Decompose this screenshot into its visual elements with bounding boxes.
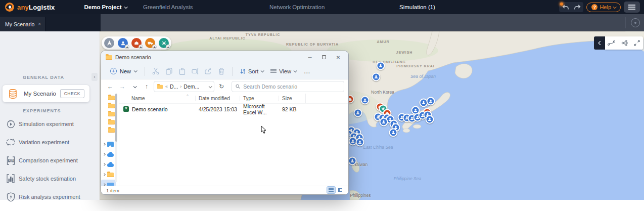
excel-file-icon [123,106,129,112]
cut-button[interactable] [149,65,162,77]
add-customer-button[interactable]: + [118,38,128,48]
gallery-icon [107,142,114,147]
more-options-button[interactable]: … [304,67,311,75]
details-view-button[interactable] [327,187,335,193]
breadcrumb-item[interactable]: Dem... [183,83,199,90]
sidebar-item-safety-stock-estimation[interactable]: Safety stock estimation [0,170,100,187]
column-header-date-modified[interactable]: Date modified [195,96,240,101]
map-marker-customer[interactable] [348,157,357,165]
sidebar-item-simulation-experiment[interactable]: Simulation experiment [0,115,100,133]
person-icon [358,140,362,145]
column-header-size[interactable]: Size [279,96,305,101]
maximize-button[interactable] [317,52,331,63]
map-select-tool-button[interactable] [104,38,114,48]
sidebar-item-variation-experiment[interactable]: Variation experiment [0,134,100,151]
experiment-label: Safety stock estimation [19,176,76,182]
add-supplier-button[interactable]: + [145,38,155,48]
play-circle-icon [6,119,16,129]
nav-pane-scrollbar[interactable] [115,94,117,182]
share-button[interactable] [202,65,215,77]
hamburger-menu-button[interactable] [624,2,640,13]
redo-icon [574,5,581,10]
breadcrumb-item[interactable]: D... [170,83,178,90]
new-button[interactable]: + New [106,66,141,76]
recent-locations-button[interactable] [129,81,140,92]
experiment-label: Comparison experiment [19,157,78,163]
map-marker-customer[interactable] [354,109,362,117]
file-row-demo-scenario[interactable]: Demo scenario 4/25/2023 15:03 Microsoft … [119,104,348,114]
truck-icon [148,41,153,46]
add-factory-button[interactable]: + [159,38,169,48]
search-input[interactable] [243,83,340,90]
map-marker-customer[interactable] [356,138,364,147]
view-dropdown[interactable]: View [267,66,300,76]
nav-greenfield-analysis[interactable]: Greenfield Analysis [143,4,193,10]
paste-button[interactable] [175,65,189,77]
route-icon [608,40,615,46]
column-header-name[interactable]: Name⌃ [119,96,195,101]
delete-button[interactable] [215,65,228,77]
copy-button[interactable] [162,65,175,77]
back-button[interactable]: ← [105,81,115,92]
map-right-controls [594,36,643,50]
breadcrumb[interactable]: « D... › Dem... [154,81,214,92]
tab-close-icon[interactable]: × [38,21,41,27]
network-icon [621,40,628,46]
check-button[interactable]: CHECK [60,89,84,98]
sort-ascending-icon: ⌃ [186,94,189,98]
explorer-file-list: Name⌃ Date modified Type Size Demo scena… [119,94,348,186]
sidebar-item-comparison-experiment[interactable]: AB Comparison experiment [0,152,100,169]
experiment-label: Simulation experiment [19,121,74,127]
tab-label: My Scenario [5,21,34,27]
explorer-toolbar: + New Sort View … [101,63,348,79]
show-network-button[interactable] [618,36,630,50]
map-marker-customer[interactable] [380,118,388,126]
map-marker-customer[interactable] [427,97,435,106]
trash-icon [218,68,224,75]
chevron-down-icon [134,69,137,72]
folder-icon [106,55,112,60]
file-name: Demo scenario [132,106,168,112]
map-label: East China Sea [363,145,393,150]
explorer-window-title: Demo scenario [115,54,151,60]
explorer-title-bar[interactable]: Demo scenario ─ ✕ [101,51,348,63]
warehouse-icon [134,40,139,46]
large-icons-view-button[interactable] [336,187,344,193]
variation-loop-icon [6,138,16,146]
sidebar-item-risk-analysis-experiment[interactable]: Risk analysis experiment [0,188,100,205]
undo-button[interactable] [559,2,571,12]
svg-text:A: A [9,159,10,162]
map-marker-customer[interactable] [372,73,381,81]
target-icon-button[interactable] [631,18,640,27]
map-label: Amur [377,40,390,44]
search-box[interactable] [232,81,344,92]
explorer-address-bar: ← → ↑ « D... › Dem... ↻ [101,79,348,94]
help-button[interactable]: ? Help [586,3,621,12]
map-marker-customer[interactable] [377,62,385,70]
map-marker-customer[interactable] [361,96,370,105]
collapse-panel-button[interactable] [594,36,605,50]
column-header-type[interactable]: Type [240,96,279,101]
nav-network-optimization[interactable]: Network Optimization [269,4,325,10]
tab-strip: My Scenario × [0,14,101,31]
fullscreen-button[interactable] [630,36,643,50]
add-dc-button[interactable]: + [131,38,142,48]
scenario-card[interactable]: My Scenario CHECK [3,85,89,102]
close-button[interactable]: ✕ [331,52,345,63]
plus-badge-icon: + [166,45,170,49]
up-button[interactable]: ↑ [142,81,152,92]
show-paths-button[interactable] [605,36,618,50]
file-explorer-window[interactable]: Demo scenario ─ ✕ + New Sort View [101,51,349,195]
redo-button[interactable] [571,2,583,12]
breadcrumb-collapse[interactable]: « [165,84,168,89]
sidebar-collapse-button[interactable]: ‹ [91,73,98,81]
map-marker-customer[interactable] [389,129,398,137]
sort-dropdown[interactable]: Sort [237,66,267,76]
rename-button[interactable] [189,65,202,77]
forward-button[interactable]: → [117,81,127,92]
map-marker-customer[interactable] [426,115,434,124]
minimize-button[interactable]: ─ [303,52,317,63]
nav-simulation[interactable]: Simulation (1) [399,4,435,10]
tab-my-scenario[interactable]: My Scenario × [0,17,45,31]
refresh-button[interactable]: ↻ [216,81,226,92]
